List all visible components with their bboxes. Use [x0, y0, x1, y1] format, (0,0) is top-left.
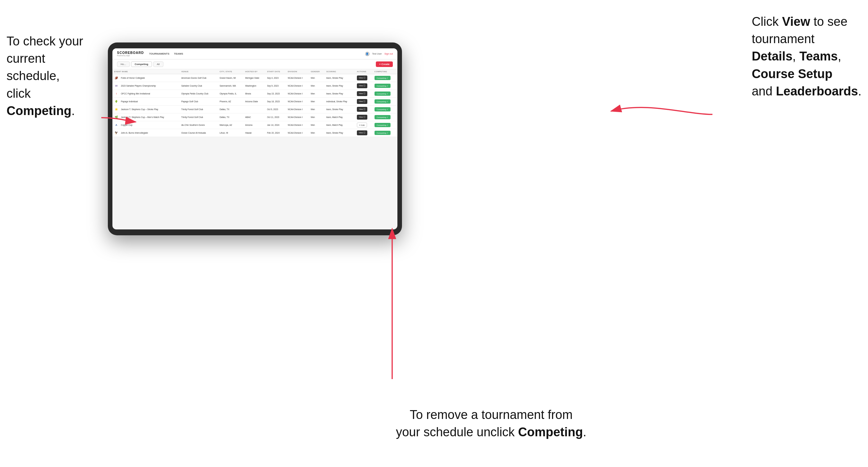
table-row: 🏈 Folds of Honor Collegiate American Dun…	[113, 74, 397, 82]
tab-home[interactable]: Ho...	[117, 61, 130, 67]
cell-event-name: 🏈 Folds of Honor Collegiate	[113, 74, 180, 82]
team-logo: 🌿	[114, 115, 119, 120]
annotation-coursesetup-bold: Course Setup	[752, 67, 832, 81]
cell-hosted: Washington	[244, 82, 266, 90]
cell-venue: Papago Golf Club	[180, 98, 218, 105]
view-button[interactable]: View ⓘ	[357, 99, 368, 104]
nav-teams[interactable]: TEAMS	[174, 52, 183, 55]
sign-out-link[interactable]: Sign out	[384, 53, 393, 55]
cell-competing[interactable]: Competing ✓	[373, 105, 397, 114]
competing-button[interactable]: Competing ✓	[374, 131, 391, 135]
cell-division: NCAA Division I	[286, 98, 309, 105]
table-row: A Copper Cup Ak-Chin Southern Dunes Mari…	[113, 121, 397, 129]
view-button[interactable]: View ⓘ	[357, 91, 368, 96]
cell-event-name: 🌿 Jackson T. Stephens Cup – Men's Match …	[113, 114, 180, 121]
edit-button[interactable]: ✏ Edit	[357, 123, 367, 127]
cell-hosted	[244, 105, 266, 114]
tab-all[interactable]: All	[153, 61, 163, 67]
cell-venue: Olympia Fields Country Club	[180, 90, 218, 98]
cell-hosted: Hawaii	[244, 129, 266, 137]
annotation-leaderboards-bold: Leaderboards	[776, 84, 858, 98]
event-name-text: 2023 Sahalee Players Championship	[121, 85, 156, 87]
cell-start-date: Sep 9, 2023	[266, 82, 286, 90]
table-row: 🦅 John A. Burns Intercollegiate Ocean Co…	[113, 129, 397, 137]
cell-competing[interactable]: Competing ✓	[373, 129, 397, 137]
view-button[interactable]: View ⓘ	[357, 130, 368, 135]
competing-button[interactable]: Competing ✓	[374, 115, 391, 119]
cell-scoring: team, Match Play	[324, 114, 355, 121]
cell-city: Maricopa, AZ	[218, 121, 244, 129]
cell-event-name: ⭐ Jackson T. Stephens Cup – Stroke Play	[113, 105, 180, 114]
cell-action[interactable]: View ⓘ	[355, 82, 373, 90]
cell-start-date: Sep 4, 2023	[266, 74, 286, 82]
team-logo: ⭐	[114, 107, 119, 112]
view-button[interactable]: View ⓘ	[357, 75, 368, 81]
event-name-text: OFCC Fighting Illini Invitational	[121, 92, 150, 95]
cell-action[interactable]: View ⓘ	[355, 105, 373, 114]
filter-tabs: Ho... Competing All	[117, 61, 163, 67]
col-competing: COMPETING	[373, 69, 397, 74]
event-name-text: Folds of Honor Collegiate	[121, 77, 145, 79]
cell-city: Grand Haven, MI	[218, 74, 244, 82]
cell-gender: Men	[309, 114, 324, 121]
cell-scoring: team, Stroke Play	[324, 129, 355, 137]
annotation-details-bold: Details	[752, 49, 793, 63]
cell-action[interactable]: View ⓘ	[355, 74, 373, 82]
competing-button[interactable]: Competing ✓	[374, 84, 391, 88]
table-wrapper[interactable]: EVENT NAME VENUE CITY, STATE HOSTED BY S…	[113, 69, 397, 137]
cell-hosted: Illinois	[244, 90, 266, 98]
cell-city: Olympia Fields, IL	[218, 90, 244, 98]
table-row: 🌵 Papago Individual Papago Golf Club Pho…	[113, 98, 397, 105]
competing-button[interactable]: Competing ✓	[374, 76, 391, 80]
tablet-frame: SCOREBOARD Powered by clippi TOURNAMENTS…	[108, 42, 402, 235]
cell-competing[interactable]: Competing ✓	[373, 121, 397, 129]
team-logo: 🦅	[114, 131, 119, 135]
view-button[interactable]: View ⓘ	[357, 115, 368, 120]
cell-competing[interactable]: Competing ✓	[373, 98, 397, 105]
col-actions: ACTIONS	[355, 69, 373, 74]
cell-action[interactable]: View ⓘ	[355, 114, 373, 121]
cell-gender: Men	[309, 121, 324, 129]
cell-division: NCAA Division I	[286, 129, 309, 137]
nav-tournaments[interactable]: TOURNAMENTS	[149, 52, 169, 55]
cell-action[interactable]: ✏ Edit	[355, 121, 373, 129]
table-row: I OFCC Fighting Illini Invitational Olym…	[113, 90, 397, 98]
cell-action[interactable]: View ⓘ	[355, 129, 373, 137]
competing-button[interactable]: Competing ✓	[374, 99, 391, 103]
cell-competing[interactable]: Competing ✓	[373, 74, 397, 82]
cell-action[interactable]: View ⓘ	[355, 98, 373, 105]
team-logo: W	[114, 84, 119, 88]
create-button[interactable]: + Create	[376, 61, 393, 67]
view-button[interactable]: View ⓘ	[357, 83, 368, 88]
event-name-text: Copper Cup	[121, 124, 132, 126]
cell-action[interactable]: View ⓘ	[355, 90, 373, 98]
cell-scoring: team, Stroke Play	[324, 74, 355, 82]
team-logo: A	[114, 123, 119, 127]
cell-scoring: team, Stroke Play	[324, 82, 355, 90]
tab-competing[interactable]: Competing	[131, 61, 152, 67]
user-name: Test User	[372, 53, 382, 55]
cell-venue: Ocean Course At Hokuala	[180, 129, 218, 137]
table-row: W 2023 Sahalee Players Championship Saha…	[113, 82, 397, 90]
cell-city: Dallas, TX	[218, 114, 244, 121]
competing-button[interactable]: Competing ✓	[374, 123, 391, 127]
cell-hosted: Arizona State	[244, 98, 266, 105]
cell-hosted: Arizona	[244, 121, 266, 129]
competing-button[interactable]: Competing ✓	[374, 107, 391, 112]
cell-start-date: Oct 9, 2023	[266, 105, 286, 114]
view-button[interactable]: View ⓘ	[357, 107, 368, 112]
cell-competing[interactable]: Competing ✓	[373, 90, 397, 98]
filter-bar: Ho... Competing All + Create	[113, 60, 397, 69]
competing-button[interactable]: Competing ✓	[374, 92, 391, 96]
user-icon: 👤	[365, 52, 370, 56]
cell-gender: Men	[309, 74, 324, 82]
cell-start-date: Sep 18, 2023	[266, 98, 286, 105]
app-header: SCOREBOARD Powered by clippi TOURNAMENTS…	[113, 49, 397, 60]
cell-venue: Trinity Forest Golf Club	[180, 114, 218, 121]
cell-competing[interactable]: Competing ✓	[373, 82, 397, 90]
col-division: DIVISION	[286, 69, 309, 74]
cell-competing[interactable]: Competing ✓	[373, 114, 397, 121]
cell-gender: Men	[309, 82, 324, 90]
team-logo: 🏈	[114, 76, 119, 81]
table-row: 🌿 Jackson T. Stephens Cup – Men's Match …	[113, 114, 397, 121]
